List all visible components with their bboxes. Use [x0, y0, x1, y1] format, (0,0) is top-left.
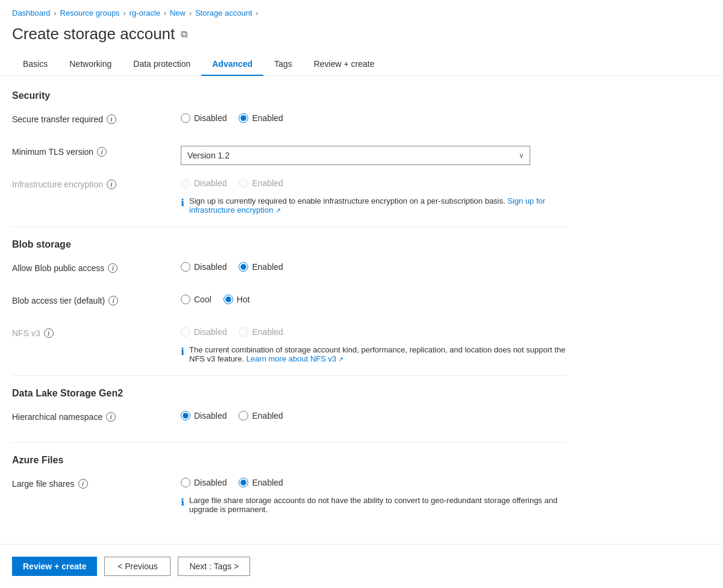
tab-advanced[interactable]: Advanced: [201, 53, 263, 76]
nfs-v3-link[interactable]: Learn more about NFS v3: [246, 354, 344, 363]
copy-icon[interactable]: ⧉: [181, 29, 187, 40]
section-security: Security Secure transfer required i Disa…: [12, 90, 566, 214]
radio-namespace-enabled[interactable]: Enabled: [239, 411, 283, 421]
label-large-file-shares: Large file shares i: [12, 475, 181, 489]
breadcrumb-dashboard[interactable]: Dashboard: [12, 8, 51, 17]
nfs-v3-info: ℹ The current combination of storage acc…: [181, 345, 566, 363]
control-blob-access-tier: Cool Hot: [181, 292, 250, 304]
radio-blob-public-enabled[interactable]: Enabled: [239, 262, 283, 272]
radio-secure-transfer-disabled[interactable]: Disabled: [181, 113, 227, 123]
breadcrumb-resource-groups[interactable]: Resource groups: [60, 8, 120, 17]
row-secure-transfer: Secure transfer required i Disabled Enab…: [12, 111, 566, 133]
tls-select-wrapper: Version 1.2 Version 1.1 Version 1.0 ∨: [181, 146, 530, 165]
label-hierarchical-namespace: Hierarchical namespace i: [12, 408, 181, 422]
radio-nfs-disabled[interactable]: Disabled: [181, 327, 227, 337]
breadcrumb-new[interactable]: New: [170, 8, 186, 17]
footer-bar: Review + create < Previous Next : Tags >: [0, 544, 723, 587]
azure-files-title: Azure Files: [12, 455, 566, 466]
radio-blob-tier-hot[interactable]: Hot: [224, 295, 250, 304]
radio-nfs-enabled[interactable]: Enabled: [239, 327, 283, 337]
radio-blob-tier-cool[interactable]: Cool: [181, 295, 211, 304]
radio-infra-enabled[interactable]: Enabled: [239, 178, 283, 188]
review-create-button[interactable]: Review + create: [12, 557, 97, 576]
blob-storage-title: Blob storage: [12, 239, 566, 250]
section-data-lake: Data Lake Storage Gen2 Hierarchical name…: [12, 388, 566, 430]
tabs-nav: Basics Networking Data protection Advanc…: [0, 53, 723, 76]
label-min-tls: Minimum TLS version i: [12, 143, 181, 157]
label-secure-transfer: Secure transfer required i: [12, 111, 181, 124]
info-circle-largefile-icon: ℹ: [181, 496, 184, 508]
security-title: Security: [12, 90, 566, 101]
control-secure-transfer: Disabled Enabled: [181, 111, 283, 123]
row-min-tls: Minimum TLS version i Version 1.2 Versio…: [12, 143, 566, 165]
info-icon-blob-public-access[interactable]: i: [108, 263, 117, 273]
infra-encryption-info: ℹ Sign up is currently required to enabl…: [181, 196, 566, 214]
min-tls-select[interactable]: Version 1.2 Version 1.1 Version 1.0: [181, 146, 530, 165]
radio-secure-transfer-enabled[interactable]: Enabled: [239, 113, 283, 123]
control-infra-encryption: Disabled Enabled ℹ Sign up is currently …: [181, 176, 566, 214]
breadcrumb: Dashboard › Resource groups › rg-oracle …: [0, 0, 723, 22]
control-nfs-v3: Disabled Enabled ℹ The current combinati…: [181, 325, 566, 363]
section-azure-files: Azure Files Large file shares i Disabled: [12, 455, 566, 514]
section-blob-storage: Blob storage Allow Blob public access i …: [12, 239, 566, 363]
row-large-file-shares: Large file shares i Disabled Enabled: [12, 475, 566, 514]
radio-blob-public-disabled[interactable]: Disabled: [181, 262, 227, 272]
next-button[interactable]: Next : Tags >: [178, 557, 250, 576]
info-icon-min-tls[interactable]: i: [97, 147, 107, 157]
info-icon-nfs-v3[interactable]: i: [44, 328, 54, 338]
divider-blob-datalake: [12, 375, 566, 376]
row-infra-encryption: Infrastructure encryption i Disabled Ena…: [12, 176, 566, 214]
info-circle-icon: ℹ: [181, 197, 184, 208]
info-icon-secure-transfer[interactable]: i: [107, 114, 116, 124]
control-min-tls: Version 1.2 Version 1.1 Version 1.0 ∨: [181, 143, 530, 165]
info-circle-nfs-icon: ℹ: [181, 346, 184, 357]
info-icon-large-file-shares[interactable]: i: [78, 479, 88, 489]
page-title: Create storage account: [12, 25, 175, 43]
radio-namespace-disabled[interactable]: Disabled: [181, 411, 227, 421]
label-blob-public-access: Allow Blob public access i: [12, 260, 181, 273]
divider-datalake-azurefiles: [12, 442, 566, 443]
tab-networking[interactable]: Networking: [58, 53, 122, 76]
row-blob-public-access: Allow Blob public access i Disabled Enab…: [12, 260, 566, 281]
data-lake-title: Data Lake Storage Gen2: [12, 388, 566, 399]
tab-data-protection[interactable]: Data protection: [122, 53, 201, 76]
label-nfs-v3: NFS v3 i: [12, 325, 181, 338]
tab-review-create[interactable]: Review + create: [303, 53, 386, 76]
info-icon-blob-access-tier[interactable]: i: [108, 296, 118, 305]
info-icon-hierarchical-namespace[interactable]: i: [106, 412, 116, 422]
control-large-file-shares: Disabled Enabled ℹ Large file share stor…: [181, 475, 566, 514]
control-hierarchical-namespace: Disabled Enabled: [181, 408, 283, 421]
label-blob-access-tier: Blob access tier (default) i: [12, 292, 181, 305]
divider-security-blob: [12, 227, 566, 227]
page-title-row: Create storage account ⧉: [0, 22, 723, 53]
breadcrumb-rg-oracle[interactable]: rg-oracle: [130, 8, 160, 17]
breadcrumb-storage-account[interactable]: Storage account: [195, 8, 252, 17]
label-infra-encryption: Infrastructure encryption i: [12, 176, 181, 189]
large-file-shares-info: ℹ Large file share storage accounts do n…: [181, 496, 566, 514]
row-blob-access-tier: Blob access tier (default) i Cool Hot: [12, 292, 566, 314]
content-area: Security Secure transfer required i Disa…: [0, 76, 578, 539]
tab-tags[interactable]: Tags: [263, 53, 303, 76]
info-icon-infra-encryption[interactable]: i: [107, 180, 116, 189]
radio-large-file-disabled[interactable]: Disabled: [181, 478, 227, 487]
row-hierarchical-namespace: Hierarchical namespace i Disabled Enable…: [12, 408, 566, 430]
radio-infra-disabled[interactable]: Disabled: [181, 178, 227, 188]
radio-large-file-enabled[interactable]: Enabled: [239, 478, 283, 487]
previous-button[interactable]: < Previous: [104, 557, 171, 576]
row-nfs-v3: NFS v3 i Disabled Enabled: [12, 325, 566, 363]
tab-basics[interactable]: Basics: [12, 53, 58, 76]
control-blob-public-access: Disabled Enabled: [181, 260, 283, 272]
